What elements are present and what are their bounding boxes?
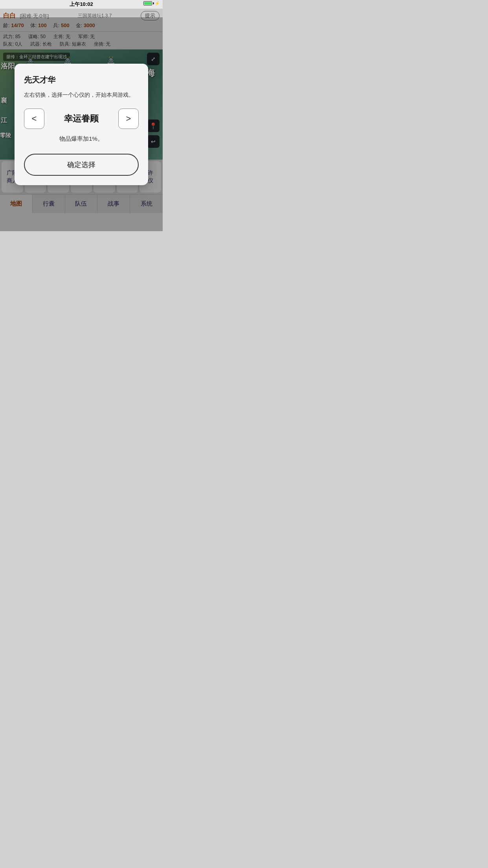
- next-talent-button[interactable]: >: [118, 108, 139, 129]
- time-display: 上午10:02: [70, 1, 93, 8]
- confirm-talent-button[interactable]: 确定选择: [24, 154, 139, 176]
- talent-name: 幸运眷顾: [64, 113, 99, 125]
- prev-talent-button[interactable]: <: [24, 108, 44, 129]
- talent-selector: < 幸运眷顾 >: [24, 108, 139, 129]
- talent-description: 物品爆率加1%。: [24, 135, 139, 143]
- modal-overlay: 先天才华 左右切换，选择一个心仪的，开始本局游戏。 < 幸运眷顾 > 物品爆率加…: [0, 17, 163, 231]
- battery-icon: ⚡: [143, 1, 160, 6]
- modal-description: 左右切换，选择一个心仪的，开始本局游戏。: [24, 91, 139, 99]
- charging-icon: ⚡: [155, 1, 160, 6]
- status-bar: 上午10:02 ⚡: [0, 0, 163, 9]
- modal-title: 先天才华: [24, 75, 139, 85]
- talent-modal: 先天才华 左右切换，选择一个心仪的，开始本局游戏。 < 幸运眷顾 > 物品爆率加…: [15, 64, 148, 185]
